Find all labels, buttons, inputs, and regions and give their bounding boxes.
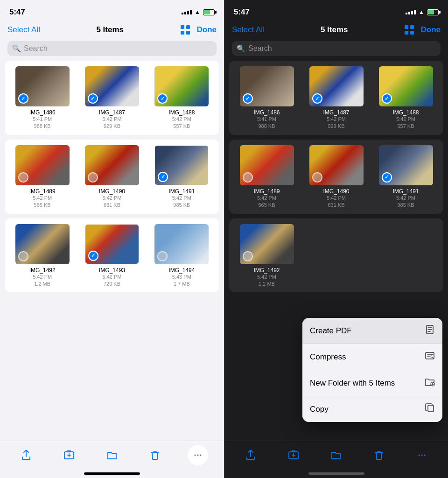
thumb-1494-left bbox=[154, 223, 210, 265]
nav-right-left: Done bbox=[180, 25, 217, 35]
checkmark-empty-1492-left bbox=[18, 251, 28, 261]
select-all-button-right[interactable]: Select All bbox=[232, 25, 265, 35]
context-menu-item-new-folder[interactable]: New Folder with 5 Items bbox=[302, 370, 442, 396]
filename-1486-left: IMG_1486 bbox=[29, 109, 56, 116]
filemeta-r1486: 5:41 PM988 KB bbox=[257, 116, 276, 130]
grid-view-icon-left[interactable] bbox=[180, 25, 190, 35]
file-item-r1487[interactable]: ✓ IMG_1487 5:42 PM929 KB bbox=[303, 65, 369, 130]
more-button-right[interactable] bbox=[412, 445, 432, 465]
filename-1494-left: IMG_1494 bbox=[168, 267, 195, 274]
search-bar-left[interactable]: 🔍 Search bbox=[7, 41, 217, 56]
file-item-1488-left[interactable]: ✓ IMG_1488 5:42 PM557 KB bbox=[149, 65, 215, 130]
context-menu-label-copy: Copy bbox=[310, 405, 329, 414]
checkmark-r1491: ✓ bbox=[382, 172, 392, 183]
trash-button-right[interactable] bbox=[369, 445, 389, 465]
file-item-r1488[interactable]: ✓ IMG_1488 5:42 PM557 KB bbox=[373, 65, 439, 130]
status-time-left: 5:47 bbox=[9, 7, 25, 17]
battery-icon-left bbox=[203, 9, 215, 15]
files-row-1-right: ✓ IMG_1486 5:41 PM988 KB ✓ IMG_1487 5:42… bbox=[234, 65, 439, 130]
nav-title-left: 5 Items bbox=[96, 25, 124, 35]
filemeta-1493-left: 5:42 PM720 KB bbox=[103, 274, 122, 288]
filemeta-1492-left: 5:42 PM1.2 MB bbox=[33, 274, 52, 288]
file-item-1487-left[interactable]: ✓ IMG_1487 5:42 PM929 KB bbox=[79, 65, 145, 130]
wifi-icon-right: ▲ bbox=[419, 9, 424, 15]
search-bar-right[interactable]: 🔍 Search bbox=[232, 41, 441, 56]
context-menu: Create PDF Compress New Folder with 5 It… bbox=[302, 318, 442, 422]
svg-rect-2 bbox=[181, 31, 184, 35]
file-item-r1489[interactable]: IMG_1489 5:42 PM565 KB bbox=[234, 144, 300, 209]
svg-rect-0 bbox=[181, 25, 184, 29]
home-indicator-left bbox=[0, 469, 224, 478]
share-button-left[interactable] bbox=[16, 445, 36, 465]
checkmark-1487-left: ✓ bbox=[88, 93, 98, 104]
svg-point-7 bbox=[200, 454, 202, 456]
filename-r1490: IMG_1490 bbox=[323, 188, 349, 195]
add-button-right[interactable] bbox=[283, 445, 304, 465]
nav-bar-left: Select All 5 Items Done bbox=[0, 21, 224, 41]
context-menu-item-create-pdf[interactable]: Create PDF bbox=[302, 318, 442, 344]
files-row-3-right: IMG_1492 5:42 PM1.2 MB bbox=[234, 223, 439, 288]
files-row-3-left: IMG_1492 5:42 PM1.2 MB ✓ IMG_1493 5:42 P… bbox=[9, 223, 215, 288]
wifi-icon-left: ▲ bbox=[195, 9, 200, 15]
add-button-left[interactable] bbox=[59, 445, 79, 465]
files-row-2-left: IMG_1489 5:42 PM565 KB IMG_1490 5:42 PM6… bbox=[9, 144, 215, 209]
grid-view-icon-right[interactable] bbox=[404, 25, 414, 35]
context-menu-item-copy[interactable]: Copy bbox=[302, 396, 442, 422]
nav-title-right: 5 Items bbox=[321, 25, 348, 35]
trash-button-left[interactable] bbox=[145, 445, 165, 465]
file-item-1490-left[interactable]: IMG_1490 5:42 PM631 KB bbox=[79, 144, 145, 209]
files-row-1-left: ✓ IMG_1486 5:41 PM988 KB ✓ IMG_1487 bbox=[9, 65, 215, 130]
section-2-left: IMG_1489 5:42 PM565 KB IMG_1490 5:42 PM6… bbox=[5, 140, 219, 214]
thumb-r1490 bbox=[308, 144, 364, 186]
context-menu-label-compress: Compress bbox=[310, 352, 346, 362]
file-item-r1492[interactable]: IMG_1492 5:42 PM1.2 MB bbox=[234, 223, 300, 288]
file-item-1492-left[interactable]: IMG_1492 5:42 PM1.2 MB bbox=[9, 223, 75, 288]
filename-1491-left: IMG_1491 bbox=[168, 188, 195, 195]
home-bar-left bbox=[84, 472, 140, 475]
filename-1493-left: IMG_1493 bbox=[99, 267, 125, 274]
file-item-1493-left[interactable]: ✓ IMG_1493 5:42 PM720 KB bbox=[79, 223, 145, 288]
select-all-button-left[interactable]: Select All bbox=[7, 25, 40, 35]
file-item-1486-left[interactable]: ✓ IMG_1486 5:41 PM988 KB bbox=[9, 65, 75, 130]
copy-icon bbox=[425, 403, 435, 415]
pdf-icon bbox=[425, 324, 435, 337]
file-item-1491-left[interactable]: ✓ IMG_1491 5:42 PM985 KB bbox=[149, 144, 215, 209]
svg-point-14 bbox=[421, 454, 423, 456]
status-bar-right: 5:47 ▲ bbox=[224, 0, 448, 21]
share-button-right[interactable] bbox=[240, 445, 261, 465]
nav-right-right: Done bbox=[404, 25, 441, 35]
filemeta-1488-left: 5:42 PM557 KB bbox=[172, 116, 191, 130]
thumb-r1492 bbox=[239, 223, 295, 265]
toolbar-right bbox=[224, 441, 448, 469]
files-row-2-right: IMG_1489 5:42 PM565 KB IMG_1490 5:42 PM6… bbox=[234, 144, 439, 209]
filemeta-1489-left: 5:42 PM565 KB bbox=[33, 195, 52, 209]
folder-button-left[interactable] bbox=[102, 445, 122, 465]
svg-rect-1 bbox=[186, 25, 190, 29]
context-menu-item-compress[interactable]: Compress bbox=[302, 344, 442, 370]
search-input-right[interactable]: Search bbox=[248, 44, 272, 53]
file-item-1494-left[interactable]: IMG_1494 5:43 PM1.7 MB bbox=[149, 223, 215, 288]
filename-1490-left: IMG_1490 bbox=[99, 188, 125, 195]
folder-button-right[interactable] bbox=[326, 445, 346, 465]
search-input-left[interactable]: Search bbox=[24, 44, 48, 53]
thumb-r1491: ✓ bbox=[378, 144, 434, 186]
filemeta-r1487: 5:42 PM929 KB bbox=[327, 116, 346, 130]
file-item-r1490[interactable]: IMG_1490 5:42 PM631 KB bbox=[303, 144, 369, 209]
filename-1492-left: IMG_1492 bbox=[29, 267, 56, 274]
context-menu-label-new-folder: New Folder with 5 Items bbox=[310, 379, 395, 388]
file-item-r1486[interactable]: ✓ IMG_1486 5:41 PM988 KB bbox=[234, 65, 300, 130]
thumb-1488-left: ✓ bbox=[154, 65, 210, 107]
file-item-1489-left[interactable]: IMG_1489 5:42 PM565 KB bbox=[9, 144, 75, 209]
signal-icon-right bbox=[406, 10, 416, 14]
signal-icon-left bbox=[182, 10, 192, 14]
checkmark-empty-1489-left bbox=[18, 172, 28, 183]
section-2-right: IMG_1489 5:42 PM565 KB IMG_1490 5:42 PM6… bbox=[229, 140, 443, 214]
file-item-r1491[interactable]: ✓ IMG_1491 5:42 PM985 KB bbox=[373, 144, 439, 209]
done-button-left[interactable]: Done bbox=[197, 25, 217, 35]
filename-1488-left: IMG_1488 bbox=[168, 109, 195, 116]
right-panel: 5:47 ▲ Select All 5 Items Done bbox=[224, 0, 448, 478]
done-button-right[interactable]: Done bbox=[421, 25, 441, 35]
more-button-left[interactable] bbox=[188, 445, 208, 465]
filemeta-1494-left: 5:43 PM1.7 MB bbox=[172, 274, 191, 288]
status-bar-left: 5:47 ▲ bbox=[0, 0, 224, 21]
